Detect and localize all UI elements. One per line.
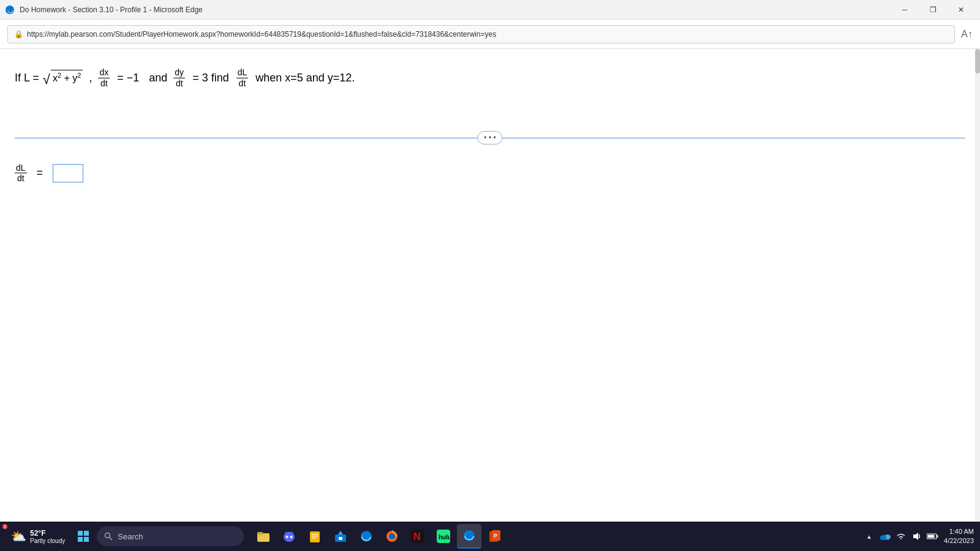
math-question: If L = √ x2 + y2 , dx dt = −1 and dy dt … — [15, 67, 965, 89]
onedrive-svg — [880, 533, 891, 540]
dy-dt-fraction: dy dt — [173, 67, 185, 89]
wifi-icon[interactable] — [895, 530, 907, 542]
start-button[interactable] — [72, 525, 94, 547]
clock-time: 1:40 AM — [944, 527, 974, 536]
equals2: = 3 find — [192, 69, 229, 87]
dL-numerator-q: dL — [236, 67, 249, 78]
taskbar-store[interactable] — [328, 524, 353, 549]
answer-section: dL dt = — [15, 163, 965, 184]
svg-point-24 — [389, 533, 395, 539]
answer-input[interactable] — [53, 164, 83, 182]
taskbar-file-explorer[interactable] — [251, 524, 276, 549]
system-tray: ▲ — [863, 530, 939, 542]
taskbar: ⛅ 52°F Partly cloudy 1 Search — [0, 522, 980, 551]
dL-dt-fraction-question: dL dt — [236, 67, 249, 89]
svg-rect-8 — [257, 532, 263, 534]
svg-point-11 — [290, 536, 293, 538]
scroll-thumb[interactable] — [975, 49, 980, 73]
and-text: and — [149, 69, 167, 87]
taskbar-netflix[interactable]: N — [405, 524, 430, 549]
battery-icon[interactable] — [927, 530, 939, 542]
svg-rect-4 — [84, 537, 89, 542]
dx-dt-fraction: dx dt — [98, 67, 110, 89]
weather-temp: 52°F — [30, 529, 65, 538]
browser-title: Do Homework - Section 3.10 - Profile 1 -… — [20, 6, 203, 14]
address-box[interactable]: 🔒 https://mylab.pearson.com/Student/Play… — [7, 25, 955, 43]
svg-line-14 — [292, 532, 293, 533]
clock-date: 4/22/2023 — [944, 536, 974, 545]
minimize-button[interactable]: ─ — [891, 0, 919, 20]
dx-numerator: dx — [98, 67, 110, 78]
discord-icon — [282, 530, 296, 543]
url-text: https://mylab.pearson.com/Student/Player… — [27, 30, 496, 39]
svg-point-35 — [880, 535, 886, 540]
divider-container: • • • — [15, 138, 965, 138]
svg-rect-16 — [312, 534, 318, 535]
dy-denominator: dt — [175, 78, 184, 89]
question-prefix: If L = — [15, 69, 39, 87]
taskbar-edge[interactable] — [354, 524, 379, 549]
svg-line-6 — [110, 538, 113, 541]
restore-button[interactable]: ❐ — [919, 0, 947, 20]
dx-denominator: dt — [99, 78, 109, 89]
svg-rect-38 — [937, 535, 938, 538]
taskbar-icons: N hulu P — [251, 524, 861, 549]
taskbar-hulu[interactable]: hulu — [431, 524, 456, 549]
address-bar: 🔒 https://mylab.pearson.com/Student/Play… — [0, 20, 980, 49]
svg-rect-1 — [78, 531, 83, 536]
taskbar-right: ▲ — [863, 527, 974, 546]
scrollbar[interactable] — [975, 49, 980, 522]
dL-numerator-a: dL — [15, 163, 27, 174]
volume-icon[interactable] — [911, 530, 923, 542]
svg-point-12 — [287, 532, 292, 535]
lock-icon: 🔒 — [14, 30, 23, 39]
title-bar: Do Homework - Section 3.10 - Profile 1 -… — [0, 0, 980, 20]
answer-equals: = — [37, 167, 43, 179]
svg-rect-18 — [312, 538, 316, 539]
sqrt-symbol: √ — [43, 73, 50, 86]
edge-taskbar-icon — [360, 530, 373, 543]
svg-line-13 — [285, 532, 287, 533]
dL-denominator-a: dt — [16, 173, 26, 184]
weather-widget[interactable]: ⛅ 52°F Partly cloudy 1 — [6, 529, 70, 544]
search-icon — [104, 532, 113, 541]
files-icon — [308, 530, 322, 543]
taskbar-firefox[interactable] — [380, 524, 404, 549]
taskbar-edge-active[interactable] — [457, 524, 481, 549]
when-text: when x=5 and y=12. — [255, 69, 355, 87]
taskbar-powerpoint[interactable]: P — [483, 524, 507, 549]
powerpoint-icon: P — [488, 530, 502, 543]
file-explorer-icon — [257, 530, 270, 543]
svg-rect-39 — [928, 535, 935, 538]
close-button[interactable]: ✕ — [947, 0, 975, 20]
svg-point-5 — [105, 533, 110, 538]
svg-rect-15 — [310, 531, 320, 542]
browser-content: If L = √ x2 + y2 , dx dt = −1 and dy dt … — [0, 49, 980, 522]
svg-text:hulu: hulu — [439, 534, 450, 541]
volume-svg — [912, 531, 922, 541]
hulu-icon: hulu — [437, 530, 450, 543]
netflix-icon: N — [411, 530, 424, 543]
weather-condition: Partly cloudy — [30, 538, 65, 544]
taskbar-discord[interactable] — [277, 524, 301, 549]
svg-text:P: P — [494, 533, 497, 539]
svg-marker-36 — [913, 533, 918, 540]
onedrive-icon[interactable] — [879, 530, 891, 542]
tray-expand-button[interactable]: ▲ — [863, 530, 875, 542]
system-clock[interactable]: 1:40 AM 4/22/2023 — [944, 527, 974, 546]
svg-rect-3 — [78, 537, 83, 542]
svg-rect-21 — [339, 537, 342, 540]
svg-rect-17 — [312, 536, 318, 537]
search-bar[interactable]: Search — [97, 527, 244, 546]
svg-marker-20 — [338, 531, 343, 534]
comma: , — [89, 69, 92, 87]
divider-expand-button[interactable]: • • • — [477, 131, 502, 144]
search-text: Search — [118, 532, 143, 541]
firefox-icon — [385, 530, 399, 543]
taskbar-files[interactable] — [303, 524, 327, 549]
sqrt-content: x2 + y2 — [51, 70, 83, 86]
edge-active-icon — [462, 529, 476, 542]
title-bar-left: Do Homework - Section 3.10 - Profile 1 -… — [5, 5, 203, 15]
dy-numerator: dy — [173, 67, 185, 78]
notification-dot: 1 — [2, 524, 7, 529]
